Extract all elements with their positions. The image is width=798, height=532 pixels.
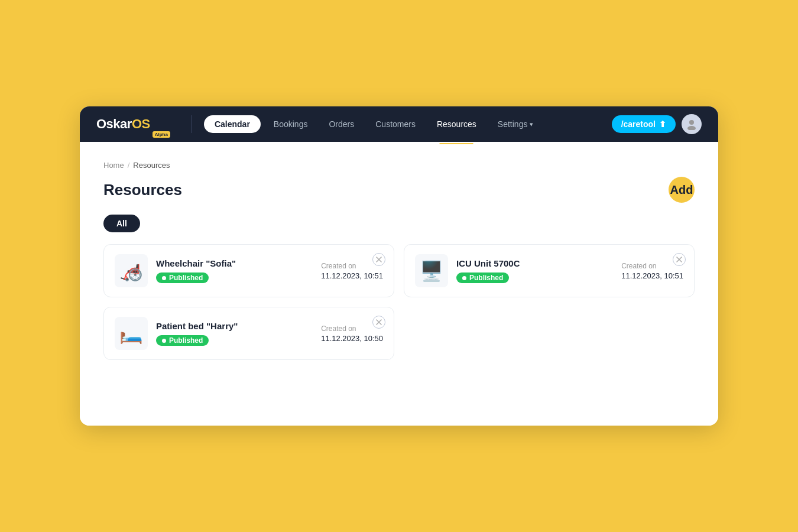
avatar[interactable] <box>682 114 702 134</box>
status-dot <box>162 339 166 343</box>
resource-card[interactable]: 🦽 Wheelchair "Sofia" Published Created o… <box>103 244 394 297</box>
status-dot <box>162 276 166 280</box>
meta-value: 11.12.2023, 10:50 <box>321 334 383 343</box>
resource-meta: Created on 11.12.2023, 10:51 <box>321 262 383 280</box>
resource-name: Wheelchair "Sofia" <box>156 258 313 268</box>
resource-image: 🦽 <box>115 254 148 287</box>
resource-grid: 🦽 Wheelchair "Sofia" Published Created o… <box>103 244 695 360</box>
remove-button[interactable] <box>372 316 385 329</box>
resource-name: ICU Unit 5700C <box>456 258 613 268</box>
close-icon <box>376 257 382 262</box>
app-window: OskarOS Alpha Calendar Bookings Orders C… <box>80 106 718 426</box>
breadcrumb: Home / Resources <box>103 161 695 170</box>
caretool-button[interactable]: /caretool ⬆ <box>612 115 676 133</box>
upload-icon: ⬆ <box>659 119 666 129</box>
breadcrumb-separator: / <box>128 161 130 170</box>
logo: OskarOS Alpha <box>96 116 170 132</box>
nav-orders-link[interactable]: Orders <box>320 115 362 134</box>
status-badge: Published <box>456 273 509 283</box>
logo-text: OskarOS <box>96 116 150 132</box>
close-icon <box>376 319 382 325</box>
page-header: Resources Add <box>103 177 695 203</box>
breadcrumb-current: Resources <box>133 161 170 170</box>
status-dot <box>462 276 466 280</box>
resource-info: Wheelchair "Sofia" Published <box>156 258 313 284</box>
filter-row: All <box>103 215 695 232</box>
resource-name: Patient bed "Harry" <box>156 321 313 331</box>
resource-meta: Created on 11.12.2023, 10:50 <box>321 325 383 343</box>
caretool-label: /caretool <box>621 119 656 129</box>
resource-image: 🖥️ <box>415 254 448 287</box>
nav-resources-link[interactable]: Resources <box>429 115 485 134</box>
main-content: Home / Resources Resources Add All 🦽 Whe… <box>80 142 718 426</box>
status-badge: Published <box>156 335 209 346</box>
close-icon <box>676 257 682 262</box>
resource-card[interactable]: 🛏️ Patient bed "Harry" Published Created… <box>103 307 394 360</box>
nav-right: /caretool ⬆ <box>612 114 702 134</box>
page-title: Resources <box>103 181 182 199</box>
resource-image: 🛏️ <box>115 317 148 350</box>
meta-value: 11.12.2023, 10:51 <box>621 271 683 280</box>
svg-point-0 <box>689 120 694 125</box>
resource-info: ICU Unit 5700C Published <box>456 258 613 284</box>
logo-os: OS <box>132 116 150 131</box>
filter-all-button[interactable]: All <box>103 215 140 232</box>
remove-button[interactable] <box>673 253 686 266</box>
add-button[interactable]: Add <box>669 177 695 203</box>
resource-info: Patient bed "Harry" Published <box>156 321 313 346</box>
settings-label: Settings <box>498 119 528 129</box>
alpha-badge: Alpha <box>153 131 170 138</box>
resource-meta: Created on 11.12.2023, 10:51 <box>621 262 683 280</box>
navbar: OskarOS Alpha Calendar Bookings Orders C… <box>80 106 718 142</box>
svg-point-1 <box>687 126 696 130</box>
resource-card[interactable]: 🖥️ ICU Unit 5700C Published Created on 1… <box>404 244 695 297</box>
status-badge: Published <box>156 273 209 283</box>
nav-divider <box>192 115 192 133</box>
meta-value: 11.12.2023, 10:51 <box>321 271 383 280</box>
breadcrumb-home[interactable]: Home <box>103 161 124 170</box>
nav-bookings-link[interactable]: Bookings <box>265 115 316 134</box>
nav-calendar-button[interactable]: Calendar <box>204 115 261 133</box>
nav-customers-link[interactable]: Customers <box>367 115 424 134</box>
nav-settings-link[interactable]: Settings ▾ <box>489 115 542 134</box>
chevron-down-icon: ▾ <box>530 121 533 128</box>
remove-button[interactable] <box>372 253 385 266</box>
